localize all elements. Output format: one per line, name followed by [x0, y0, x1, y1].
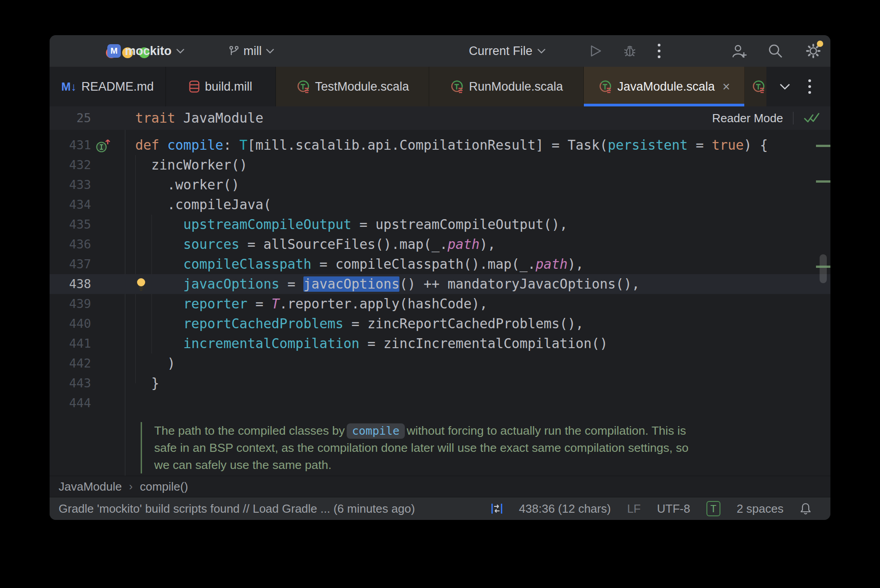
line-number[interactable]: 435: [50, 215, 91, 234]
code-text[interactable]: compileClasspath = compileClasspath().ma…: [125, 254, 830, 274]
run-configuration-label: Current File: [469, 44, 532, 58]
code-token: [135, 316, 183, 331]
project-widget[interactable]: M mockito: [107, 35, 185, 67]
code-line[interactable]: 439 reporter = T.reporter.apply(hashCode…: [50, 294, 830, 314]
code-line[interactable]: 435 upstreamCompileOutput = upstreamComp…: [50, 215, 830, 234]
settings-button[interactable]: [805, 35, 821, 67]
statusbar: Gradle 'mockito' build scripts found // …: [50, 497, 830, 520]
highlighting-level-widget[interactable]: T: [706, 501, 720, 516]
line-number[interactable]: 442: [50, 354, 91, 373]
status-message[interactable]: Gradle 'mockito' build scripts found // …: [50, 502, 415, 516]
breadcrumb-item[interactable]: compile(): [140, 480, 188, 494]
tab-readme-md[interactable]: M↓ README.md: [50, 67, 166, 106]
tab-runmodule-scala[interactable]: RunModule.scala: [429, 67, 584, 106]
line-number[interactable]: 439: [50, 294, 91, 314]
code-text[interactable]: reporter = T.reporter.apply(hashCode),: [125, 294, 830, 314]
line-number[interactable]: 434: [50, 195, 91, 215]
tab-label: JavaModule.scala: [617, 80, 715, 94]
vcs-widget[interactable]: mill: [228, 35, 275, 67]
tab-label: RunModule.scala: [469, 80, 563, 94]
code-text[interactable]: }: [125, 373, 830, 393]
code-with-me-button[interactable]: [731, 35, 747, 67]
code-line[interactable]: 443 }: [50, 373, 830, 393]
line-number[interactable]: 443: [50, 373, 91, 393]
run-configuration-selector[interactable]: Current File: [469, 35, 546, 67]
line-number[interactable]: 441: [50, 334, 91, 354]
scala-trait-icon: [598, 79, 612, 94]
gutter: [91, 234, 125, 254]
code-text[interactable]: def compile: T[mill.scalalib.api.Compila…: [125, 135, 830, 155]
code-line[interactable]: 436 sources = allSourceFiles().map(_.pat…: [50, 234, 830, 254]
tab-options-button[interactable]: [808, 67, 811, 106]
desktop: M mockito mill Current File: [0, 0, 880, 588]
tab-partial[interactable]: [745, 67, 766, 106]
encoding-widget[interactable]: UTF-8: [657, 502, 690, 516]
code-text[interactable]: sources = allSourceFiles().map(_.path),: [125, 234, 830, 254]
line-number[interactable]: 437: [50, 254, 91, 274]
code-line[interactable]: 442 ): [50, 354, 830, 373]
line-number[interactable]: 433: [50, 175, 91, 195]
tab-javamodule-scala[interactable]: JavaModule.scala ×: [584, 67, 745, 106]
code-text[interactable]: zincWorker(): [125, 155, 830, 175]
scrollbar-thumb[interactable]: [820, 254, 827, 283]
code-text[interactable]: ): [125, 354, 830, 373]
code-text[interactable]: reportCachedProblems = zincReportCachedP…: [125, 314, 830, 334]
code-text[interactable]: .compileJava(: [125, 195, 830, 215]
tab-build-mill[interactable]: build.mill: [166, 67, 276, 106]
run-button[interactable]: [590, 35, 602, 67]
editor-pane[interactable]: 431def compile: T[mill.scalalib.api.Comp…: [50, 130, 830, 476]
code-text[interactable]: [125, 393, 830, 413]
scrollbar-mark: [816, 180, 830, 183]
show-hidden-tabs-button[interactable]: [779, 67, 791, 106]
intention-bulb[interactable]: [135, 277, 148, 291]
gutter: [91, 393, 125, 413]
code-line[interactable]: 433 .worker(): [50, 175, 830, 195]
gutter: [91, 294, 125, 314]
line-number[interactable]: 431: [50, 135, 91, 155]
breadcrumb-item[interactable]: JavaModule: [59, 480, 122, 494]
search-everywhere-button[interactable]: [768, 35, 783, 67]
line-number[interactable]: 444: [50, 393, 91, 413]
code-line[interactable]: 432 zincWorker(): [50, 155, 830, 175]
chevron-down-icon: [176, 48, 185, 54]
code-line[interactable]: 431def compile: T[mill.scalalib.api.Comp…: [50, 135, 830, 155]
code-line[interactable]: 434 .compileJava(: [50, 195, 830, 215]
debug-button[interactable]: [623, 35, 637, 67]
chevron-down-icon: [779, 83, 791, 90]
notifications-bell-icon[interactable]: [800, 502, 811, 515]
code-text[interactable]: javacOptions = javacOptions() ++ mandato…: [125, 274, 830, 294]
trait-name-token: JavaModule: [183, 110, 264, 126]
line-number[interactable]: 440: [50, 314, 91, 334]
code-line[interactable]: 437 compileClasspath = compileClasspath(…: [50, 254, 830, 274]
line-number[interactable]: 432: [50, 155, 91, 175]
code-token: ) {: [744, 138, 768, 153]
code-line[interactable]: 440 reportCachedProblems = zincReportCac…: [50, 314, 830, 334]
line-separator-widget[interactable]: LF: [627, 502, 641, 516]
lightbulb-icon[interactable]: [135, 277, 148, 291]
code-line[interactable]: 441 incrementalCompilation = zincIncreme…: [50, 334, 830, 354]
sticky-header-line[interactable]: 25 trait JavaModule Reader Mode: [50, 106, 830, 131]
code-line[interactable]: 444: [50, 393, 830, 413]
line-number[interactable]: 436: [50, 234, 91, 254]
doc-line: safe in an BSP context, as the compilati…: [154, 439, 688, 456]
more-actions-button[interactable]: [657, 35, 661, 67]
code-token: [135, 217, 183, 232]
caret-position-widget[interactable]: 438:36 (12 chars): [519, 502, 611, 516]
code-token: true: [712, 138, 744, 153]
code-line[interactable]: 438 javacOptions = javacOptions() ++ man…: [50, 274, 830, 294]
column-selection-icon[interactable]: [491, 503, 503, 514]
code-token: = zincIncrementalCompilation(): [359, 336, 608, 351]
bug-icon: [623, 44, 637, 58]
indent-widget[interactable]: 2 spaces: [737, 502, 784, 516]
code-text[interactable]: .worker(): [125, 175, 830, 195]
code-text[interactable]: upstreamCompileOutput = upstreamCompileO…: [125, 215, 830, 234]
reader-mode-check-icon[interactable]: [803, 112, 820, 124]
close-tab-icon[interactable]: ×: [723, 80, 730, 93]
tab-testmodule-scala[interactable]: TestModule.scala: [276, 67, 429, 106]
line-number[interactable]: 438: [50, 274, 91, 294]
code-token: =: [248, 296, 271, 312]
code-token: :: [223, 138, 239, 153]
overrides-method-icon[interactable]: [96, 138, 112, 153]
tab-label: build.mill: [205, 80, 252, 94]
code-text[interactable]: incrementalCompilation = zincIncremental…: [125, 334, 830, 354]
